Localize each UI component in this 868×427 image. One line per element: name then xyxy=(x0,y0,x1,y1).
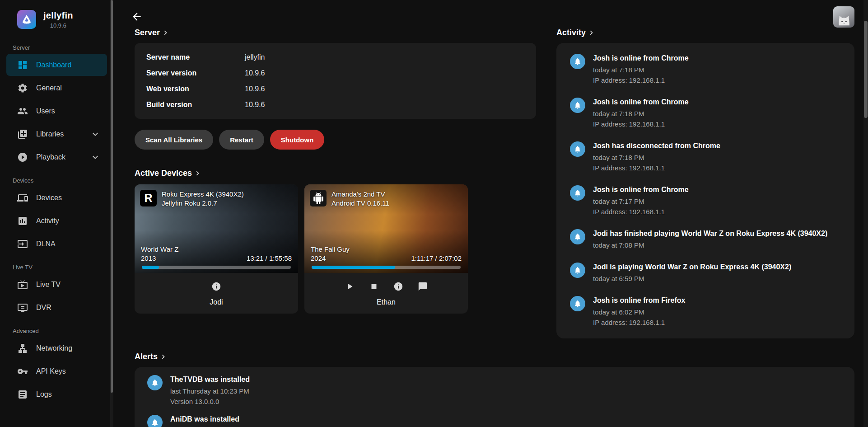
activity-section-link[interactable]: Activity xyxy=(556,28,596,38)
info-value: 10.9.6 xyxy=(245,65,265,81)
chevron-right-icon xyxy=(587,28,596,37)
activity-time: today at 7:18 PM xyxy=(593,108,689,119)
active-devices-section-link[interactable]: Active Devices xyxy=(135,169,202,178)
section-title: Server xyxy=(135,28,160,38)
back-button[interactable] xyxy=(129,9,145,24)
session-user: Ethan xyxy=(309,298,463,306)
roku-logo-icon: R xyxy=(140,190,157,206)
users-icon xyxy=(17,106,28,117)
main-scrollbar[interactable] xyxy=(863,0,868,427)
now-playing-backdrop: Amanda's 2nd TV Android TV 0.16.11 The F… xyxy=(304,184,468,273)
chevron-down-icon[interactable] xyxy=(90,129,101,140)
sidebar-scrollbar-thumb[interactable] xyxy=(111,0,113,393)
top-bar xyxy=(129,0,854,28)
server-section-link[interactable]: Server xyxy=(135,28,170,38)
sidebar-item-api-keys[interactable]: API Keys xyxy=(6,360,107,382)
app-version: 10.9.6 xyxy=(50,22,66,29)
key-icon xyxy=(17,366,28,377)
client-version: Jellyfin Roku 2.0.7 xyxy=(162,199,244,208)
server-info-row: Server name jellyfin xyxy=(146,49,524,65)
sidebar-item-label: Live TV xyxy=(36,281,61,289)
sidebar-scrollbar[interactable] xyxy=(110,0,113,427)
bell-icon xyxy=(570,54,585,69)
sidebar-item-devices[interactable]: Devices xyxy=(6,187,107,209)
user-avatar[interactable] xyxy=(833,6,854,28)
device-name: Amanda's 2nd TV xyxy=(331,190,389,199)
alerts-card: TheTVDB was installed last Thursday at 1… xyxy=(135,367,854,427)
sidebar-section-server: Server xyxy=(0,44,113,51)
restart-button[interactable]: Restart xyxy=(219,130,264,150)
sidebar-item-dlna[interactable]: DLNA xyxy=(6,233,107,255)
server-info-row: Server version 10.9.6 xyxy=(146,65,524,81)
sidebar-item-logs[interactable]: Logs xyxy=(6,383,107,405)
stop-button[interactable] xyxy=(366,279,382,294)
sidebar-item-users[interactable]: Users xyxy=(6,100,107,122)
alerts-section-link[interactable]: Alerts xyxy=(135,352,168,361)
bell-icon xyxy=(147,375,163,390)
device-name: Roku Express 4K (3940X2) xyxy=(162,190,244,199)
device-controls xyxy=(139,279,294,294)
sidebar-item-activity[interactable]: Activity xyxy=(6,210,107,232)
device-cards-row: R Roku Express 4K (3940X2) Jellyfin Roku… xyxy=(135,184,536,314)
chevron-right-icon xyxy=(159,352,168,361)
alerts-section: Alerts TheTVDB was installed last Thursd… xyxy=(135,352,854,427)
main-scrollbar-thumb[interactable] xyxy=(864,21,868,118)
activity-title: Josh is online from Chrome xyxy=(593,54,689,63)
active-devices-section: Active Devices R Roku Express 4K (3940X2… xyxy=(135,169,536,314)
device-card-footer: Ethan xyxy=(304,273,468,314)
info-label: Server name xyxy=(146,49,245,65)
sidebar-item-libraries[interactable]: Libraries xyxy=(6,123,107,145)
dvr-icon xyxy=(17,302,28,313)
info-button[interactable] xyxy=(391,279,406,294)
message-button[interactable] xyxy=(415,279,430,294)
scan-all-libraries-button[interactable]: Scan All Libraries xyxy=(135,130,213,150)
info-label: Web version xyxy=(146,81,245,97)
sidebar-section-advanced: Advanced xyxy=(0,328,113,334)
sidebar-section-livetv: Live TV xyxy=(0,264,113,271)
session-user: Jodi xyxy=(139,298,294,306)
sidebar-item-networking[interactable]: Networking xyxy=(6,337,107,359)
media-title: World War Z xyxy=(141,245,178,254)
activity-time: today at 6:02 PM xyxy=(593,307,685,317)
play-button[interactable] xyxy=(342,279,357,294)
activity-detail: IP address: 192.168.1.1 xyxy=(593,206,689,217)
device-card-roku[interactable]: R Roku Express 4K (3940X2) Jellyfin Roku… xyxy=(135,184,298,314)
right-column: Activity Josh is online from Chrome toda… xyxy=(556,28,854,338)
sidebar-item-playback[interactable]: Playback xyxy=(6,146,107,168)
sidebar-item-label: Dashboard xyxy=(36,61,71,69)
activity-item: Josh is online from Chrome today at 7:18… xyxy=(570,98,841,129)
sidebar-item-label: DVR xyxy=(36,304,51,312)
device-card-footer: Jodi xyxy=(135,273,298,314)
live-tv-icon xyxy=(17,279,28,290)
sidebar-item-dvr[interactable]: DVR xyxy=(6,296,107,319)
activity-title: Josh is online from Chrome xyxy=(593,98,689,107)
activity-detail: IP address: 192.168.1.1 xyxy=(593,163,720,173)
bell-icon xyxy=(147,415,163,427)
media-year: 2024 xyxy=(311,254,350,263)
sidebar-item-label: DLNA xyxy=(36,240,56,248)
sidebar-item-general[interactable]: General xyxy=(6,77,107,99)
server-info-card: Server name jellyfin Server version 10.9… xyxy=(135,43,536,119)
activity-time: today at 7:17 PM xyxy=(593,196,689,206)
media-year: 2013 xyxy=(141,254,178,263)
sidebar-item-label: General xyxy=(36,84,62,92)
chevron-down-icon[interactable] xyxy=(90,152,101,163)
shutdown-button[interactable]: Shutdown xyxy=(270,130,324,150)
chevron-right-icon xyxy=(193,169,202,178)
now-playing-info: World War Z 2013 13:21 / 1:55:58 xyxy=(141,245,292,263)
sidebar-item-label: Logs xyxy=(36,390,52,399)
section-title: Activity xyxy=(556,28,586,38)
activity-detail: IP address: 192.168.1.1 xyxy=(593,119,689,129)
bell-icon xyxy=(570,296,585,311)
logs-document-icon xyxy=(17,389,28,400)
sidebar-item-label: Activity xyxy=(36,217,59,225)
activity-title: Jodi has finished playing World War Z on… xyxy=(593,229,827,238)
sidebar-item-live-tv[interactable]: Live TV xyxy=(6,273,107,296)
networking-icon xyxy=(17,343,28,354)
sidebar-item-dashboard[interactable]: Dashboard xyxy=(6,54,107,76)
info-button[interactable] xyxy=(209,279,224,294)
alert-item: TheTVDB was installed last Thursday at 1… xyxy=(147,375,842,407)
activity-title: Jodi is playing World War Z on Roku Expr… xyxy=(593,263,791,272)
jellyfin-logo-icon xyxy=(17,10,36,29)
device-card-androidtv[interactable]: Amanda's 2nd TV Android TV 0.16.11 The F… xyxy=(304,184,468,314)
